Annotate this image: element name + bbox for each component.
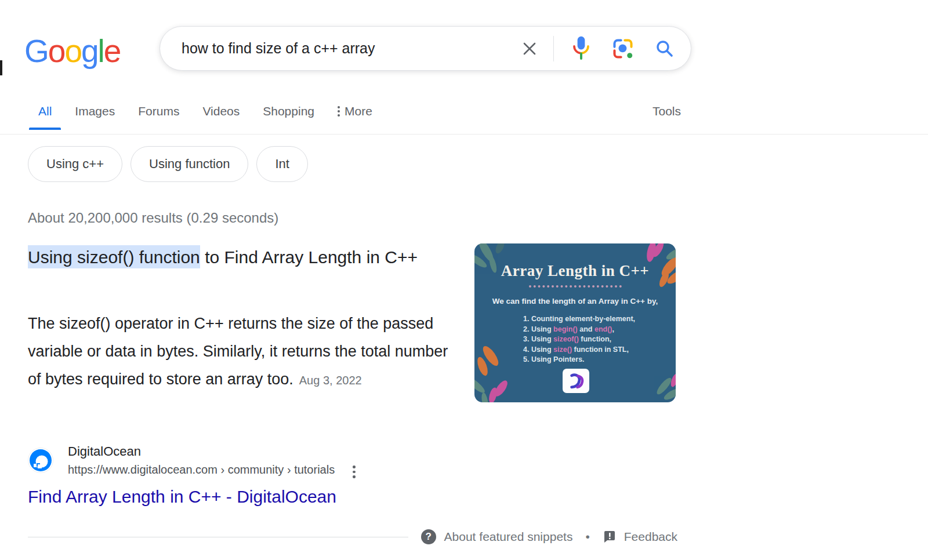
search-submit-icon[interactable] — [655, 39, 675, 59]
logo-letter: e — [104, 33, 121, 69]
tab-label: Videos — [202, 104, 240, 118]
logo-letter: o — [64, 33, 81, 69]
tab-label: Forums — [138, 104, 179, 118]
help-question-icon[interactable]: ? — [421, 529, 436, 544]
thumbnail-decoration-bottom-right — [629, 357, 676, 402]
tab-label: Shopping — [263, 104, 314, 118]
tab-forums[interactable]: Forums — [129, 104, 188, 130]
source-site-name[interactable]: DigitalOcean — [68, 444, 141, 459]
results-nav: All Images Forums Videos Shopping More T… — [0, 97, 928, 134]
logo-letter: g — [81, 33, 98, 69]
snippet-divider — [28, 537, 408, 537]
snippet-highlighted-text: Using sizeof() function — [28, 245, 200, 268]
footer-separator: • — [585, 530, 589, 544]
tab-label: All — [38, 104, 52, 118]
tab-label: More — [345, 104, 372, 118]
snippet-heading-rest: to Find Array Length in C++ — [200, 248, 418, 267]
featured-snippet-footer: ? About featured snippets • Feedback — [28, 526, 677, 547]
window-edge-artifact — [0, 60, 2, 75]
about-featured-snippets-link[interactable]: About featured snippets — [444, 530, 573, 544]
tools-button[interactable]: Tools — [652, 104, 681, 118]
google-logo[interactable]: Google — [24, 32, 120, 70]
featured-snippet-body: The sizeof() operator in C++ returns the… — [28, 310, 454, 394]
logo-letter: l — [98, 33, 104, 69]
snippet-date: Aug 3, 2022 — [299, 374, 362, 387]
feedback-icon[interactable] — [603, 530, 617, 544]
thumbnail-list-item: 1. Counting element-by-element, — [523, 314, 635, 325]
tab-label: Images — [75, 104, 115, 118]
tab-images[interactable]: Images — [66, 104, 124, 130]
digitalocean-favicon[interactable] — [28, 448, 53, 473]
more-dots-icon — [338, 106, 340, 117]
thumbnail-list-item: 5. Using Pointers. — [523, 355, 635, 365]
thumbnail-list-item: 3. Using sizeof() function, — [523, 334, 635, 345]
feedback-link[interactable]: Feedback — [624, 530, 677, 544]
tab-videos[interactable]: Videos — [193, 104, 249, 130]
chip-using-function[interactable]: Using function — [130, 146, 248, 182]
featured-snippet-heading: Using sizeof() function to Find Array Le… — [28, 243, 459, 271]
thumbnail-list: 1. Counting element-by-element, 2. Using… — [523, 314, 635, 365]
thumbnail-dotted-divider — [529, 285, 622, 288]
source-breadcrumb[interactable]: https://www.digitalocean.com › community… — [68, 463, 335, 477]
refinement-chips: Using c++ Using function Int — [28, 146, 308, 182]
search-divider — [553, 36, 554, 61]
result-options-icon[interactable] — [351, 464, 357, 479]
chip-using-cpp[interactable]: Using c++ — [28, 146, 122, 182]
voice-search-icon[interactable] — [571, 35, 591, 63]
clear-search-icon[interactable] — [521, 40, 538, 57]
tab-all[interactable]: All — [29, 104, 61, 130]
search-bar[interactable]: how to find size of a c++ array — [160, 26, 691, 71]
tab-shopping[interactable]: Shopping — [253, 104, 324, 130]
result-stats: About 20,200,000 results (0.29 seconds) — [28, 210, 278, 226]
logo-letter: G — [24, 33, 48, 69]
thumbnail-subtitle: We can find the length of an Array in C+… — [474, 297, 676, 306]
tab-more[interactable]: More — [328, 104, 382, 130]
thumbnail-list-item: 2. Using begin() and end(), — [523, 325, 635, 335]
snippet-text: The sizeof() operator in C++ returns the… — [28, 315, 448, 388]
thumbnail-title: Array Length in C++ — [474, 262, 676, 280]
featured-snippet-thumbnail[interactable]: Array Length in C++ We can find the leng… — [474, 243, 676, 402]
google-lens-icon[interactable] — [612, 38, 634, 60]
logo-letter: o — [48, 33, 65, 69]
thumbnail-list-item: 4. Using size() function in STL, — [523, 345, 635, 355]
search-input[interactable]: how to find size of a c++ array — [182, 40, 515, 57]
result-title-link[interactable]: Find Array Length in C++ - DigitalOcean — [28, 487, 336, 507]
journaldev-logo-icon — [563, 369, 589, 393]
chip-int[interactable]: Int — [256, 146, 307, 182]
